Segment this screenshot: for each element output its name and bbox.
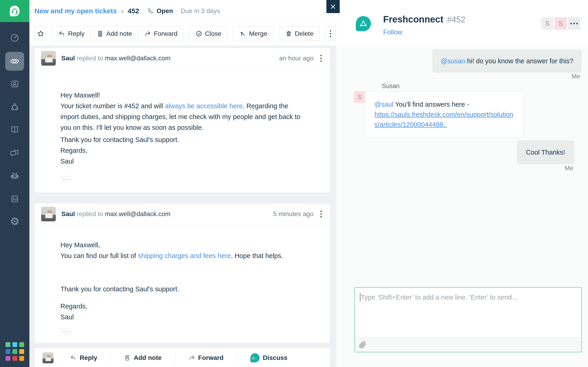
sidebar-item-analytics[interactable] [0, 189, 29, 209]
chat-link[interactable]: https://sauls.freshdesk.com/en/support/s… [374, 111, 513, 128]
footer-add-note-button[interactable]: Add note [111, 354, 175, 361]
freshconnect-logo [356, 16, 371, 31]
kebab-icon [330, 30, 331, 37]
message-timestamp: 5 minutes ago [273, 210, 313, 218]
body-text: . Hope that helps. [231, 252, 283, 259]
freshdesk-logo-icon [8, 4, 21, 18]
author-name: Saul [61, 210, 75, 217]
sidebar-item-admin[interactable]: ⚙ [0, 211, 29, 232]
body-line: Regards, [61, 301, 304, 312]
status-dot: · [176, 7, 178, 15]
delete-button[interactable]: Delete [279, 26, 320, 41]
share-nodes-icon [10, 102, 20, 112]
freshdesk-logo[interactable] [0, 0, 29, 22]
sidebar-item-forums[interactable] [0, 142, 29, 163]
check-circle-icon [195, 30, 202, 37]
due-date: Due in 3 days [181, 7, 220, 15]
apps-grid-icon [6, 342, 24, 361]
forward-label: Forward [154, 30, 178, 37]
chat-input-placeholder: Type ‘Shift+Enter’ to add a new line. ‘E… [355, 288, 581, 307]
body-line: Regards, [61, 145, 304, 156]
participants: S S [541, 17, 580, 30]
sidebar: ⚙ [0, 0, 29, 367]
conversation-message: Saul replied to max.well@dallack.com 5 m… [35, 203, 330, 343]
body-text: You can find our full list of [61, 252, 138, 259]
reply-button[interactable]: Reply [52, 26, 90, 41]
body-paragraph: You can find our full list of shipping c… [61, 250, 304, 261]
conversation-message: Saul replied to max.well@dallack.com an … [35, 48, 330, 193]
message-menu-button[interactable] [320, 211, 322, 217]
panel-ticket-ref: #452 [447, 15, 465, 24]
breadcrumb-separator: › [121, 6, 123, 15]
text-caret [360, 293, 360, 301]
inline-link[interactable]: shipping charges and fees here [138, 252, 231, 259]
message-author-line: Saul replied to max.well@dallack.com [61, 210, 170, 218]
main-area: New and my open tickets › 452 Open · Due… [29, 0, 336, 367]
message-menu-button[interactable] [320, 55, 322, 62]
close-label: Close [205, 30, 222, 37]
chat-bubbles-icon [10, 148, 20, 158]
chat-message-me: @susan hi! do you know the answer for th… [432, 50, 582, 73]
participant-avatar[interactable]: S [554, 17, 567, 30]
show-quoted-text-button[interactable] [61, 176, 71, 182]
mention[interactable]: @susan [441, 57, 465, 65]
footer-discuss-button[interactable]: Discuss [237, 353, 301, 362]
close-ticket-button[interactable]: Close [189, 26, 228, 41]
merge-label: Merge [249, 30, 267, 37]
sidebar-item-bots[interactable] [0, 165, 29, 186]
note-icon [97, 30, 104, 37]
forward-button[interactable]: Forward [138, 26, 184, 41]
chat-text: Cool Thanks! [526, 149, 565, 156]
show-quoted-text-button[interactable] [61, 328, 71, 334]
sidebar-item-social[interactable] [0, 97, 29, 117]
bar-chart-icon [10, 194, 20, 204]
sidebar-item-tickets[interactable] [0, 51, 29, 71]
forward-icon [144, 30, 151, 37]
footer-forward-button[interactable]: Forward [175, 354, 237, 361]
chat-text: hi! do you know the answer for this? [465, 57, 573, 65]
note-icon [124, 355, 130, 361]
merge-icon [239, 30, 246, 37]
chat-text: You'll find answers here - [393, 101, 469, 108]
avatar [43, 352, 53, 363]
author-action: replied to [77, 55, 103, 62]
app-switcher[interactable] [0, 342, 29, 361]
body-line: Thank you for contacting Saul's support. [61, 134, 304, 145]
sidebar-item-contacts[interactable] [0, 74, 29, 94]
add-note-button[interactable]: Add note [90, 26, 138, 41]
participant-avatar[interactable]: S [541, 17, 553, 30]
merge-button[interactable]: Merge [233, 26, 273, 41]
recipient-email: max.well@dallack.com [105, 55, 170, 62]
follow-link[interactable]: Follow [383, 28, 402, 36]
reply-icon [70, 355, 77, 361]
chat-message-me: Cool Thanks! [517, 140, 574, 164]
freshconnect-icon [250, 353, 259, 362]
sender-label: Me [571, 73, 580, 80]
star-button[interactable] [35, 26, 47, 41]
attachment-icon[interactable] [359, 341, 366, 348]
message-header: Saul replied to max.well@dallack.com an … [35, 48, 330, 69]
footer-forward-label: Forward [198, 354, 224, 361]
footer-reply-button[interactable]: Reply [57, 354, 111, 361]
ticket-icon [9, 56, 20, 67]
sidebar-item-solutions[interactable] [0, 119, 29, 140]
footer-reply-label: Reply [80, 354, 97, 361]
mention[interactable]: @saul [374, 101, 393, 108]
inline-link[interactable]: always be accessible here [165, 102, 243, 110]
chat-input[interactable]: Type ‘Shift+Enter’ to add a new line. ‘E… [355, 287, 582, 352]
body-paragraph: Your ticket number is #452 and will alwa… [61, 101, 304, 133]
panel-title-text: Freshconnect [383, 14, 443, 24]
close-icon [330, 3, 337, 10]
reply-label: Reply [68, 30, 85, 37]
breadcrumb-parent-link[interactable]: New and my open tickets [35, 7, 117, 15]
close-panel-button[interactable] [326, 0, 340, 13]
forward-icon [189, 355, 195, 361]
participant-avatar: S [354, 91, 365, 103]
body-line: Saul [61, 312, 304, 323]
author-action: replied to [77, 210, 103, 217]
panel-more-button[interactable] [568, 17, 580, 30]
gauge-icon [10, 33, 20, 43]
phone-icon [147, 7, 154, 15]
sidebar-item-dashboard[interactable] [0, 28, 29, 48]
more-actions-button[interactable] [325, 26, 336, 41]
